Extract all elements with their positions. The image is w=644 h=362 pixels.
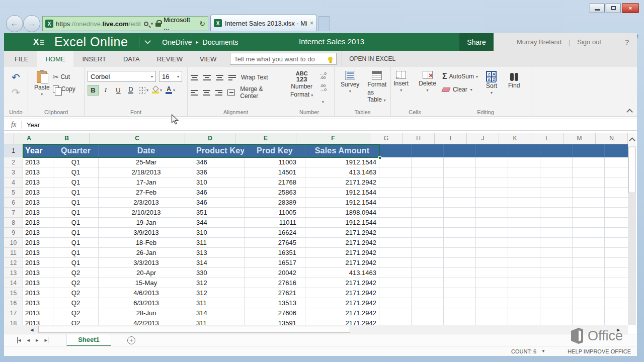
cell-I8[interactable]	[444, 218, 476, 228]
cell-L18[interactable]	[540, 318, 573, 325]
column-header-G[interactable]: G	[370, 133, 403, 144]
cell-E7[interactable]: 11005	[245, 208, 305, 218]
cell-A10[interactable]: 2013	[23, 238, 53, 248]
cell-I14[interactable]	[444, 278, 476, 288]
cell-N4[interactable]	[605, 177, 628, 188]
cell-M12[interactable]	[573, 258, 605, 268]
cell-F2[interactable]: 1912.1544	[305, 157, 379, 167]
cell-C10[interactable]: 18-Feb	[99, 238, 194, 248]
cell-L3[interactable]	[540, 167, 573, 177]
cell-K13[interactable]	[508, 268, 540, 278]
sign-out-button[interactable]: Sign out	[577, 38, 601, 46]
formula-bar[interactable]: fx Year	[4, 119, 637, 131]
cell-I12[interactable]	[444, 258, 476, 268]
wrap-text-button[interactable]: Wrap Text	[241, 74, 268, 81]
cell-E5[interactable]: 25863	[245, 188, 305, 198]
cell-J8[interactable]	[476, 218, 508, 228]
cell-B16[interactable]: Q2	[53, 298, 99, 308]
undo-icon[interactable]: ↶	[12, 72, 20, 82]
cell-M2[interactable]	[573, 157, 605, 167]
cell-C1[interactable]: Date	[99, 144, 194, 157]
column-header-A[interactable]: A	[14, 133, 44, 144]
scroll-left-icon[interactable]: ◂	[30, 326, 34, 333]
cell-J2[interactable]	[476, 157, 508, 167]
cell-A16[interactable]: 2013	[23, 298, 53, 308]
cell-J9[interactable]	[476, 228, 508, 238]
find-button[interactable]: Find	[505, 70, 523, 107]
cell-B1[interactable]: Quarter	[53, 144, 99, 157]
cell-G12[interactable]	[379, 258, 412, 268]
excel-logo-icon[interactable]: X	[33, 37, 47, 48]
align-top-icon[interactable]	[191, 75, 198, 80]
cell-F5[interactable]: 1912.1544	[305, 188, 379, 198]
cell-H14[interactable]	[412, 278, 444, 288]
decrease-decimal-button[interactable]: .00→.0	[319, 84, 327, 92]
column-header-K[interactable]: K	[499, 133, 531, 144]
browser-forward-button[interactable]: →	[23, 15, 40, 32]
cell-C5[interactable]: 27-Feb	[99, 188, 194, 198]
cell-D6[interactable]: 346	[194, 198, 245, 208]
cell-N9[interactable]	[605, 228, 628, 238]
cell-I13[interactable]	[444, 268, 476, 278]
cell-E6[interactable]: 28389	[245, 198, 305, 208]
underline-button[interactable]: U	[113, 85, 124, 96]
cell-H11[interactable]	[412, 248, 444, 258]
formula-bar-value[interactable]: Year	[27, 121, 40, 129]
cell-G3[interactable]	[379, 167, 412, 177]
cell-A9[interactable]: 2013	[23, 228, 53, 238]
cell-B13[interactable]: Q2	[53, 268, 99, 278]
cell-J13[interactable]	[476, 268, 508, 278]
cell-K8[interactable]	[508, 218, 540, 228]
horizontal-scrollbar[interactable]: ◂ ▸	[4, 325, 628, 334]
chevron-down-icon[interactable]	[144, 38, 151, 44]
cell-F15[interactable]: 2171.2942	[305, 288, 379, 298]
tab-home[interactable]: HOME	[37, 51, 73, 67]
row-header-2[interactable]: 2	[4, 157, 23, 167]
cell-H12[interactable]	[412, 258, 444, 268]
insert-cells-button[interactable]: ← Insert ▾	[390, 70, 412, 107]
column-header-B[interactable]: B	[44, 133, 90, 144]
cell-M8[interactable]	[573, 218, 605, 228]
cell-L8[interactable]	[540, 218, 573, 228]
cell-A3[interactable]: 2013	[23, 167, 53, 177]
cell-L6[interactable]	[540, 198, 573, 208]
cell-G1[interactable]	[379, 144, 412, 157]
collapse-ribbon-icon[interactable]	[627, 108, 632, 113]
new-tab-stub[interactable]	[318, 16, 330, 31]
cell-F17[interactable]: 2171.2942	[305, 308, 379, 318]
cell-I2[interactable]	[444, 157, 476, 167]
row-header-13[interactable]: 13	[4, 268, 23, 278]
cell-N16[interactable]	[605, 298, 628, 308]
window-minimize-button[interactable]	[590, 3, 605, 13]
tab-data[interactable]: DATA	[115, 51, 148, 67]
help-improve-office-link[interactable]: HELP IMPROVE OFFICE	[568, 348, 631, 354]
cell-B6[interactable]: Q1	[53, 198, 99, 208]
cell-N14[interactable]	[605, 278, 628, 288]
column-header-N[interactable]: N	[596, 133, 628, 144]
cell-B15[interactable]: Q2	[53, 288, 99, 298]
row-header-15[interactable]: 15	[4, 288, 23, 298]
cell-D18[interactable]: 311	[194, 318, 245, 325]
cell-A7[interactable]: 2013	[23, 208, 53, 218]
column-header-H[interactable]: H	[403, 133, 435, 144]
font-size-select[interactable]: 16▾	[159, 71, 182, 82]
cell-C4[interactable]: 17-Jan	[99, 177, 194, 188]
borders-button[interactable]: ▾	[138, 85, 149, 96]
cell-H6[interactable]	[412, 198, 444, 208]
cell-N8[interactable]	[605, 218, 628, 228]
cell-I16[interactable]	[444, 298, 476, 308]
cell-A2[interactable]: 2013	[23, 157, 53, 167]
cell-E2[interactable]: 11003	[245, 157, 305, 167]
cell-B17[interactable]: Q2	[53, 308, 99, 318]
cell-K17[interactable]	[508, 308, 540, 318]
cell-B14[interactable]: Q2	[53, 278, 99, 288]
align-left-icon[interactable]	[191, 90, 198, 96]
cell-L14[interactable]	[540, 278, 573, 288]
tab-insert[interactable]: INSERT	[73, 51, 114, 67]
cell-C8[interactable]: 19-Jan	[99, 218, 194, 228]
cell-H1[interactable]	[412, 144, 444, 157]
column-header-D[interactable]: D	[185, 133, 235, 144]
cell-D14[interactable]: 312	[194, 278, 245, 288]
cell-L1[interactable]	[540, 144, 573, 157]
tab-review[interactable]: REVIEW	[148, 51, 191, 67]
